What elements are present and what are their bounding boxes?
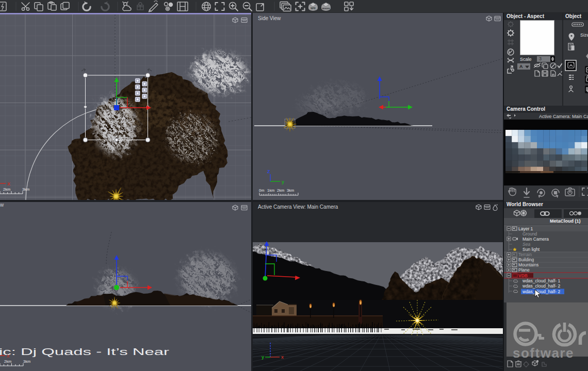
svg-text:3km: 3km <box>23 359 30 364</box>
svg-text:1km: 1km <box>267 188 274 193</box>
svg-text:Main Camera: Main Camera <box>522 237 549 242</box>
svg-text:wdas_cloud_half- 1: wdas_cloud_half- 1 <box>522 278 561 283</box>
svg-text:x: x <box>281 355 284 360</box>
svg-text:Plane: Plane <box>518 267 530 273</box>
svg-text:Size: Size <box>580 32 588 38</box>
svg-text:3km: 3km <box>22 187 29 192</box>
svg-text:Building: Building <box>518 257 534 262</box>
svg-text:Z: Z <box>267 169 270 174</box>
svg-text:Sea: Sea <box>522 242 530 247</box>
svg-text:2km: 2km <box>277 188 284 193</box>
svg-text:X: X <box>7 181 10 187</box>
svg-text:X: X <box>7 353 10 359</box>
svg-text:3km: 3km <box>287 188 294 193</box>
svg-text:Sun light: Sun light <box>522 247 540 252</box>
svg-text:2km: 2km <box>4 359 11 364</box>
svg-text:RENDER: RENDER <box>322 8 330 10</box>
svg-text:Terrain: Terrain <box>518 252 532 257</box>
svg-text:Side View: Side View <box>258 15 281 21</box>
svg-text:Layer 1: Layer 1 <box>518 226 533 231</box>
svg-text:software: software <box>513 345 574 361</box>
svg-text:Active Camera View: Main Camer: Active Camera View: Main Camera <box>258 204 338 210</box>
svg-text:y: y <box>282 179 284 184</box>
svg-text:y: y <box>262 355 264 360</box>
svg-text:wdas_cloud_half- 2: wdas_cloud_half- 2 <box>522 283 561 289</box>
svg-text:NPR: NPR <box>311 7 316 10</box>
svg-text:VDB: VDB <box>518 273 528 278</box>
svg-text:0m: 0m <box>259 188 264 193</box>
svg-text:Ground: Ground <box>522 231 537 237</box>
svg-text:Mountains: Mountains <box>518 262 538 267</box>
svg-text:w: w <box>0 202 4 208</box>
svg-text:2km: 2km <box>3 187 10 192</box>
svg-text:ic: Dj Quads - It’s Near: ic: Dj Quads - It’s Near <box>0 346 170 357</box>
